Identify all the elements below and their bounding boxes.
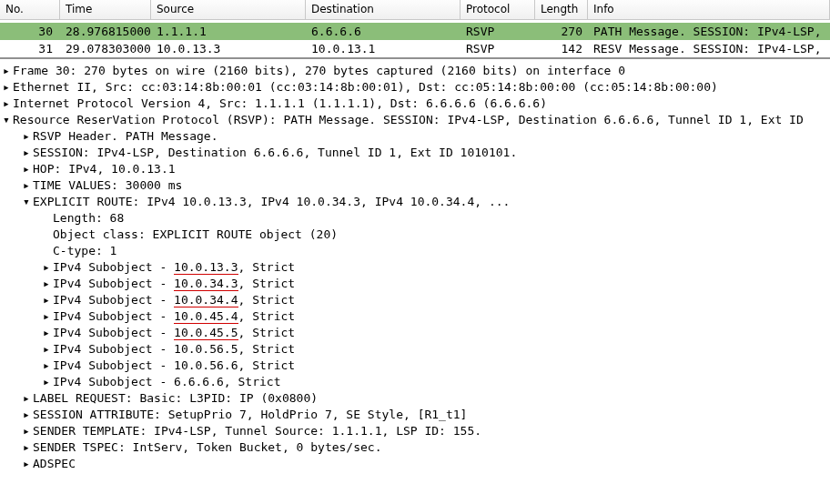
expand-icon[interactable]: ▸ — [40, 292, 53, 308]
expand-icon[interactable]: ▸ — [40, 325, 53, 341]
col-header-no[interactable]: No. — [0, 0, 60, 19]
tree-label: IPv4 Subobject - 10.0.34.4, Strict — [53, 292, 295, 308]
tree-label: IPv4 Subobject - 6.6.6.6, Strict — [53, 374, 280, 390]
tree-subobject[interactable]: ▸ IPv4 Subobject - 10.0.45.4, Strict — [0, 308, 830, 325]
tree-subobject[interactable]: ▸ IPv4 Subobject - 10.0.13.3, Strict — [0, 259, 830, 276]
tree-subobject[interactable]: ▸ IPv4 Subobject - 10.0.34.3, Strict — [0, 276, 830, 292]
tree-subobject[interactable]: ▸ IPv4 Subobject - 6.6.6.6, Strict — [0, 374, 830, 390]
tree-label: Length: 68 — [53, 210, 124, 227]
tree-label: ADSPEC — [33, 456, 76, 472]
expand-icon[interactable]: ▸ — [20, 407, 33, 423]
highlight-ip: 10.0.13.3 — [174, 260, 238, 275]
tree-label: TIME VALUES: 30000 ms — [33, 177, 182, 194]
packet-time: 29.078303000 — [60, 41, 151, 56]
expand-icon[interactable]: ▸ — [40, 358, 53, 374]
tree-ip[interactable]: ▸ Internet Protocol Version 4, Src: 1.1.… — [0, 96, 830, 112]
expand-icon[interactable]: ▸ — [20, 439, 33, 456]
tree-label: Object class: EXPLICIT ROUTE object (20) — [53, 227, 338, 243]
tree-rsvp[interactable]: ▾ Resource ReserVation Protocol (RSVP): … — [0, 112, 830, 128]
tree-label: IPv4 Subobject - 10.0.45.5, Strict — [53, 325, 295, 341]
packet-length: 142 — [535, 41, 588, 56]
tree-adspec[interactable]: ▸ ADSPEC — [0, 456, 830, 472]
expand-icon[interactable]: ▸ — [0, 79, 13, 96]
tree-session-attribute[interactable]: ▸ SESSION ATTRIBUTE: SetupPrio 7, HoldPr… — [0, 407, 830, 423]
tree-rsvp-header[interactable]: ▸ RSVP Header. PATH Message. — [0, 128, 830, 145]
tree-label-request[interactable]: ▸ LABEL REQUEST: Basic: L3PID: IP (0x080… — [0, 390, 830, 407]
expand-icon[interactable]: ▸ — [0, 96, 13, 112]
packet-source: 10.0.13.3 — [151, 41, 306, 56]
tree-ero-length[interactable]: Length: 68 — [0, 210, 830, 227]
tree-label: IPv4 Subobject - 10.0.56.5, Strict — [53, 341, 295, 358]
tree-ero-class[interactable]: Object class: EXPLICIT ROUTE object (20) — [0, 227, 830, 243]
tree-subobject[interactable]: ▸ IPv4 Subobject - 10.0.34.4, Strict — [0, 292, 830, 308]
expand-icon[interactable]: ▸ — [20, 177, 33, 194]
tree-label: Frame 30: 270 bytes on wire (2160 bits),… — [13, 63, 625, 79]
packet-no: 30 — [0, 24, 60, 39]
packet-no: 31 — [0, 41, 60, 56]
expand-icon[interactable]: ▸ — [20, 456, 33, 472]
packet-source: 1.1.1.1 — [151, 24, 306, 39]
packet-details-pane: ▸ Frame 30: 270 bytes on wire (2160 bits… — [0, 57, 830, 472]
tree-label: Internet Protocol Version 4, Src: 1.1.1.… — [13, 96, 547, 112]
expand-icon[interactable]: ▸ — [20, 161, 33, 177]
tree-sender-tspec[interactable]: ▸ SENDER TSPEC: IntServ, Token Bucket, 0… — [0, 439, 830, 456]
col-header-info[interactable]: Info — [588, 0, 830, 19]
tree-label: Resource ReserVation Protocol (RSVP): PA… — [13, 112, 804, 128]
tree-time-values[interactable]: ▸ TIME VALUES: 30000 ms — [0, 177, 830, 194]
col-header-source[interactable]: Source — [151, 0, 306, 19]
collapse-icon[interactable]: ▾ — [20, 194, 33, 210]
col-header-length[interactable]: Length — [535, 0, 588, 19]
expand-icon[interactable]: ▸ — [40, 341, 53, 358]
packet-time: 28.976815000 — [60, 24, 151, 39]
tree-label: IPv4 Subobject - 10.0.34.3, Strict — [53, 276, 295, 292]
tree-label: LABEL REQUEST: Basic: L3PID: IP (0x0800) — [33, 390, 318, 407]
packet-info: PATH Message. SESSION: IPv4-LSP, — [588, 24, 830, 39]
tree-sender-template[interactable]: ▸ SENDER TEMPLATE: IPv4-LSP, Tunnel Sour… — [0, 423, 830, 439]
highlight-ip: 10.0.45.5 — [174, 326, 238, 340]
tree-label: RSVP Header. PATH Message. — [33, 128, 218, 145]
packet-protocol: RSVP — [461, 41, 535, 56]
expand-icon[interactable]: ▸ — [40, 276, 53, 292]
tree-subobject[interactable]: ▸ IPv4 Subobject - 10.0.56.5, Strict — [0, 341, 830, 358]
expand-icon[interactable]: ▸ — [40, 308, 53, 325]
tree-label: IPv4 Subobject - 10.0.13.3, Strict — [53, 259, 295, 276]
col-header-protocol[interactable]: Protocol — [461, 0, 535, 19]
packet-row[interactable]: 30 28.976815000 1.1.1.1 6.6.6.6 RSVP 270… — [0, 23, 830, 40]
expand-icon[interactable]: ▸ — [40, 374, 53, 390]
highlight-ip: 10.0.34.3 — [174, 277, 238, 291]
tree-session[interactable]: ▸ SESSION: IPv4-LSP, Destination 6.6.6.6… — [0, 145, 830, 161]
tree-label: Ethernet II, Src: cc:03:14:8b:00:01 (cc:… — [13, 79, 718, 96]
tree-label: C-type: 1 — [53, 243, 116, 259]
tree-label: SESSION: IPv4-LSP, Destination 6.6.6.6, … — [33, 145, 517, 161]
tree-ethernet[interactable]: ▸ Ethernet II, Src: cc:03:14:8b:00:01 (c… — [0, 79, 830, 96]
col-header-time[interactable]: Time — [60, 0, 151, 19]
tree-label: SENDER TEMPLATE: IPv4-LSP, Tunnel Source… — [33, 423, 481, 439]
packet-info: RESV Message. SESSION: IPv4-LSP, — [588, 41, 830, 56]
highlight-ip: 10.0.45.4 — [174, 309, 238, 324]
tree-hop[interactable]: ▸ HOP: IPv4, 10.0.13.1 — [0, 161, 830, 177]
tree-label: EXPLICIT ROUTE: IPv4 10.0.13.3, IPv4 10.… — [33, 194, 510, 210]
expand-icon[interactable]: ▸ — [20, 390, 33, 407]
packet-protocol: RSVP — [461, 24, 535, 39]
expand-icon[interactable]: ▸ — [20, 128, 33, 145]
col-header-destination[interactable]: Destination — [306, 0, 461, 19]
packet-row[interactable]: 31 29.078303000 10.0.13.3 10.0.13.1 RSVP… — [0, 40, 830, 57]
packet-length: 270 — [535, 24, 588, 39]
tree-subobject[interactable]: ▸ IPv4 Subobject - 10.0.56.6, Strict — [0, 358, 830, 374]
tree-label: HOP: IPv4, 10.0.13.1 — [33, 161, 176, 177]
tree-label: IPv4 Subobject - 10.0.45.4, Strict — [53, 308, 295, 325]
tree-label: SENDER TSPEC: IntServ, Token Bucket, 0 b… — [33, 439, 382, 456]
expand-icon[interactable]: ▸ — [40, 259, 53, 276]
expand-icon[interactable]: ▸ — [20, 145, 33, 161]
tree-frame[interactable]: ▸ Frame 30: 270 bytes on wire (2160 bits… — [0, 63, 830, 79]
tree-subobject[interactable]: ▸ IPv4 Subobject - 10.0.45.5, Strict — [0, 325, 830, 341]
tree-ero-ctype[interactable]: C-type: 1 — [0, 243, 830, 259]
collapse-icon[interactable]: ▾ — [0, 112, 13, 128]
packet-destination: 6.6.6.6 — [306, 24, 461, 39]
tree-explicit-route[interactable]: ▾ EXPLICIT ROUTE: IPv4 10.0.13.3, IPv4 1… — [0, 194, 830, 210]
expand-icon[interactable]: ▸ — [0, 63, 13, 79]
expand-icon[interactable]: ▸ — [20, 423, 33, 439]
packet-destination: 10.0.13.1 — [306, 41, 461, 56]
tree-label: SESSION ATTRIBUTE: SetupPrio 7, HoldPrio… — [33, 407, 467, 423]
highlight-ip: 10.0.34.4 — [174, 293, 238, 307]
